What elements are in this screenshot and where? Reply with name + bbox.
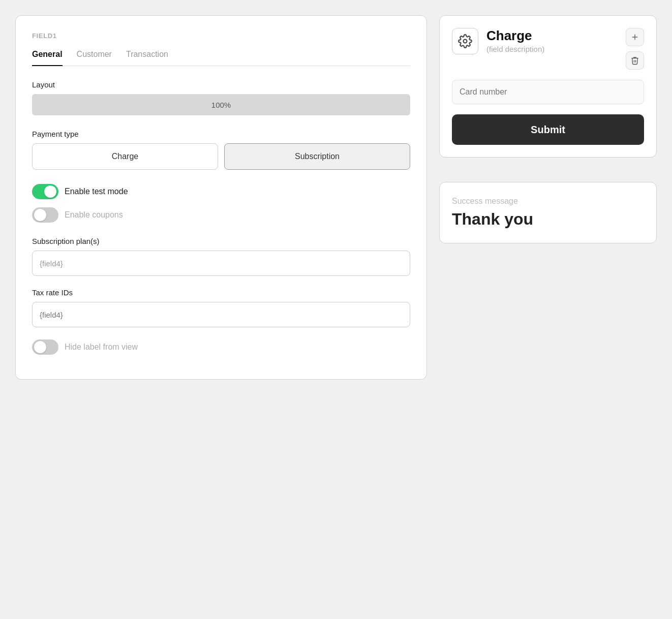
move-icon <box>630 33 639 42</box>
tab-transaction[interactable]: Transaction <box>126 50 168 66</box>
tax-rate-ids-group: Tax rate IDs <box>32 288 410 327</box>
hide-label-row: Hide label from view <box>32 339 410 355</box>
layout-value: 100% <box>211 101 231 109</box>
layout-bar: 100% <box>32 94 410 115</box>
charge-title: Charge <box>486 28 618 44</box>
success-label: Success message <box>452 197 644 206</box>
submit-button[interactable]: Submit <box>452 114 644 145</box>
payment-type-row: Charge Subscription <box>32 143 410 170</box>
spacer <box>439 170 657 182</box>
coupons-toggle[interactable] <box>32 207 58 223</box>
tab-general[interactable]: General <box>32 50 63 66</box>
test-mode-row: Enable test mode <box>32 184 410 199</box>
right-actions <box>626 28 644 70</box>
charge-icon-box <box>452 28 478 54</box>
svg-point-0 <box>464 40 467 43</box>
payment-charge-button[interactable]: Charge <box>32 143 218 170</box>
test-mode-toggle[interactable] <box>32 184 58 199</box>
settings-panel: FIELD1 General Customer Transaction Layo… <box>15 15 427 380</box>
trash-icon <box>630 56 639 65</box>
hide-label-toggle[interactable] <box>32 339 58 355</box>
delete-button[interactable] <box>626 51 644 70</box>
subscription-plans-group: Subscription plan(s) <box>32 237 410 276</box>
coupons-label: Enable coupons <box>65 210 123 220</box>
tax-rate-ids-label: Tax rate IDs <box>32 288 410 297</box>
gear-icon <box>458 34 472 48</box>
right-panel: Charge (field description) <box>439 15 657 243</box>
subscription-plans-label: Subscription plan(s) <box>32 237 410 245</box>
charge-card: Charge (field description) <box>439 15 657 158</box>
charge-description: (field description) <box>486 45 618 53</box>
tabs-container: General Customer Transaction <box>32 50 410 66</box>
charge-title-group: Charge (field description) <box>486 28 618 53</box>
subscription-plans-input[interactable] <box>32 251 410 276</box>
card-number-input[interactable] <box>452 80 644 104</box>
success-card: Success message Thank you <box>439 182 657 243</box>
tab-customer[interactable]: Customer <box>77 50 112 66</box>
field-label: FIELD1 <box>32 32 410 40</box>
layout-label: Layout <box>32 80 410 89</box>
test-mode-label: Enable test mode <box>65 187 128 196</box>
payment-type-label: Payment type <box>32 130 410 138</box>
payment-subscription-button[interactable]: Subscription <box>224 143 410 170</box>
tax-rate-ids-input[interactable] <box>32 302 410 327</box>
success-text: Thank you <box>452 210 644 229</box>
hide-label-label: Hide label from view <box>65 343 138 352</box>
move-button[interactable] <box>626 28 644 46</box>
coupons-row: Enable coupons <box>32 207 410 223</box>
